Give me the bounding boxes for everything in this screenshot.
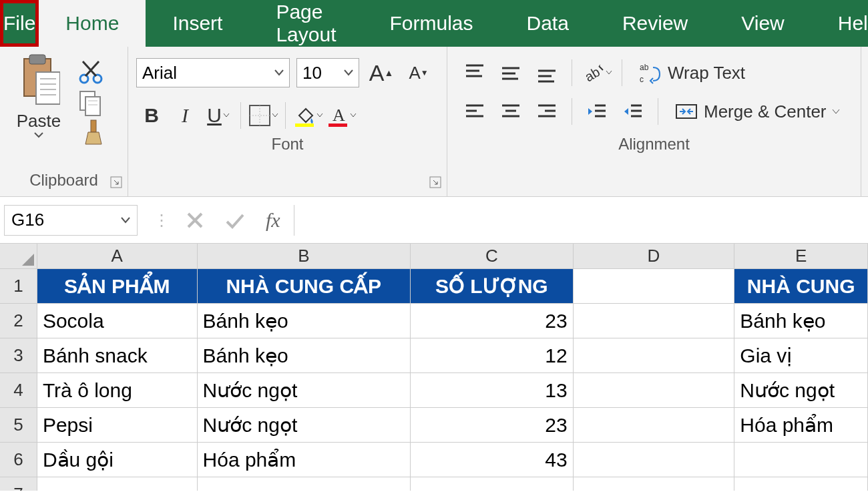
cell-D2[interactable] bbox=[574, 304, 735, 338]
row-header-1[interactable]: 1 bbox=[0, 269, 37, 304]
tab-file[interactable]: File bbox=[0, 0, 39, 47]
cut-button[interactable] bbox=[76, 57, 105, 87]
scissors-icon bbox=[76, 57, 105, 87]
cell-B4[interactable]: Nước ngọt bbox=[198, 373, 411, 408]
dialog-launcher-icon[interactable] bbox=[110, 176, 122, 188]
row-header-6[interactable]: 6 bbox=[0, 443, 37, 477]
cell-A3[interactable]: Bánh snack bbox=[37, 338, 198, 373]
cell-E3[interactable]: Gia vị bbox=[734, 338, 868, 373]
cell-D4[interactable] bbox=[574, 373, 735, 408]
tab-home[interactable]: Home bbox=[39, 0, 146, 47]
cell-C1[interactable]: SỐ LƯỢNG bbox=[411, 269, 574, 304]
paste-button[interactable]: Paste bbox=[5, 53, 72, 138]
tab-insert[interactable]: Insert bbox=[146, 0, 249, 47]
cell-C6[interactable]: 43 bbox=[411, 443, 574, 477]
svg-rect-1 bbox=[29, 55, 45, 64]
cell-E4[interactable]: Nước ngọt bbox=[734, 373, 868, 408]
chevron-down-icon bbox=[274, 69, 284, 76]
row-header-2[interactable]: 2 bbox=[0, 304, 37, 338]
borders-button[interactable] bbox=[248, 100, 278, 131]
underline-button[interactable]: U bbox=[203, 100, 234, 131]
cell-A7[interactable] bbox=[37, 477, 198, 491]
paste-label: Paste bbox=[17, 111, 61, 132]
cell-D7[interactable] bbox=[574, 477, 735, 491]
chevron-down-icon bbox=[223, 113, 230, 118]
align-bottom-button[interactable] bbox=[531, 57, 562, 88]
row-header-4[interactable]: 4 bbox=[0, 373, 37, 408]
cell-C2[interactable]: 23 bbox=[411, 304, 574, 338]
cell-B7[interactable] bbox=[198, 477, 411, 491]
tab-review[interactable]: Review bbox=[596, 0, 714, 47]
svg-text:A: A bbox=[333, 105, 345, 125]
tab-data[interactable]: Data bbox=[500, 0, 596, 47]
name-box[interactable]: G16 bbox=[4, 205, 138, 236]
copy-button[interactable] bbox=[76, 87, 105, 117]
tab-formulas[interactable]: Formulas bbox=[363, 0, 499, 47]
cell-B3[interactable]: Bánh kẹo bbox=[198, 338, 411, 373]
cell-A1[interactable]: SẢN PHẨM bbox=[37, 269, 198, 304]
group-label-alignment: Alignment bbox=[453, 131, 855, 160]
dialog-launcher-icon[interactable] bbox=[429, 176, 441, 188]
cell-B1[interactable]: NHÀ CUNG CẤP bbox=[198, 269, 411, 304]
align-right-button[interactable] bbox=[531, 96, 562, 127]
col-header-B[interactable]: B bbox=[198, 244, 411, 269]
paintbrush-icon bbox=[76, 117, 105, 147]
cell-D6[interactable] bbox=[574, 443, 735, 477]
align-top-button[interactable] bbox=[459, 57, 490, 88]
font-name-select[interactable]: Arial bbox=[136, 58, 290, 87]
format-painter-button[interactable] bbox=[76, 117, 105, 147]
tab-pagelayout[interactable]: Page Layout bbox=[249, 0, 363, 47]
enter-icon[interactable] bbox=[224, 211, 246, 230]
col-header-E[interactable]: E bbox=[734, 244, 868, 269]
cell-D3[interactable] bbox=[574, 338, 735, 373]
cell-A4[interactable]: Trà ô long bbox=[37, 373, 198, 408]
cell-B6[interactable]: Hóa phẩm bbox=[198, 443, 411, 477]
cell-A2[interactable]: Socola bbox=[37, 304, 198, 338]
font-color-button[interactable]: A bbox=[326, 100, 357, 131]
cell-C3[interactable]: 12 bbox=[411, 338, 574, 373]
cell-E7[interactable] bbox=[734, 477, 868, 491]
cell-B2[interactable]: Bánh kẹo bbox=[198, 304, 411, 338]
font-size-select[interactable]: 10 bbox=[296, 58, 359, 87]
tab-view[interactable]: View bbox=[714, 0, 811, 47]
align-center-button[interactable] bbox=[495, 96, 526, 127]
cell-B5[interactable]: Nước ngọt bbox=[198, 408, 411, 443]
font-name-value: Arial bbox=[142, 63, 177, 83]
wrap-text-label: Wrap Text bbox=[668, 63, 745, 83]
col-header-A[interactable]: A bbox=[37, 244, 198, 269]
decrease-indent-button[interactable] bbox=[582, 96, 612, 127]
fill-color-button[interactable] bbox=[292, 100, 323, 131]
cell-D1[interactable] bbox=[574, 269, 735, 304]
cell-C5[interactable]: 23 bbox=[411, 408, 574, 443]
italic-button[interactable]: I bbox=[170, 100, 200, 131]
fx-button[interactable]: fx bbox=[266, 209, 280, 232]
cancel-icon[interactable] bbox=[186, 211, 204, 230]
orientation-button[interactable]: ab bbox=[582, 57, 612, 88]
wrap-text-button[interactable]: abc Wrap Text bbox=[632, 57, 752, 88]
decrease-font-button[interactable]: A▼ bbox=[403, 57, 434, 88]
formula-input[interactable] bbox=[294, 205, 868, 236]
select-all-corner[interactable] bbox=[0, 244, 37, 269]
row-header-3[interactable]: 3 bbox=[0, 338, 37, 373]
row-header-5[interactable]: 5 bbox=[0, 408, 37, 443]
cell-E1[interactable]: NHÀ CUNG bbox=[734, 269, 868, 304]
align-middle-button[interactable] bbox=[495, 57, 526, 88]
cell-E5[interactable]: Hóa phẩm bbox=[734, 408, 868, 443]
cell-E2[interactable]: Bánh kẹo bbox=[734, 304, 868, 338]
increase-indent-button[interactable] bbox=[618, 96, 648, 127]
cell-E6[interactable] bbox=[734, 443, 868, 477]
tab-help[interactable]: Help bbox=[811, 0, 868, 47]
row-header-7[interactable]: 7 bbox=[0, 477, 37, 491]
increase-font-button[interactable]: A▲ bbox=[366, 57, 397, 88]
clipboard-icon bbox=[17, 53, 60, 108]
cell-C4[interactable]: 13 bbox=[411, 373, 574, 408]
cell-A6[interactable]: Dầu gội bbox=[37, 443, 198, 477]
col-header-C[interactable]: C bbox=[411, 244, 574, 269]
bold-button[interactable]: B bbox=[136, 100, 167, 131]
cell-A5[interactable]: Pepsi bbox=[37, 408, 198, 443]
col-header-D[interactable]: D bbox=[574, 244, 735, 269]
merge-center-button[interactable]: Merge & Center bbox=[668, 96, 847, 127]
cell-C7[interactable] bbox=[411, 477, 574, 491]
align-left-button[interactable] bbox=[459, 96, 490, 127]
cell-D5[interactable] bbox=[574, 408, 735, 443]
